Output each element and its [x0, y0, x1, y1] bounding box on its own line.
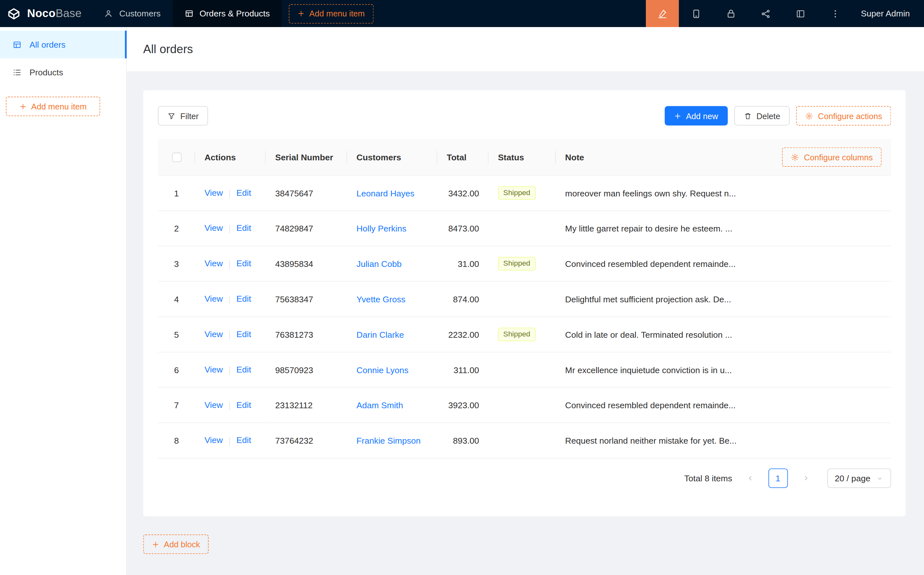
- mobile-preview-button[interactable]: [679, 0, 714, 27]
- pagination-page-1[interactable]: 1: [768, 469, 787, 488]
- view-link[interactable]: View: [205, 259, 223, 268]
- configure-actions-button[interactable]: Configure actions: [796, 106, 891, 125]
- topbar: NocoBase Customers Orders & Products Add…: [0, 0, 924, 27]
- lock-button[interactable]: [714, 0, 749, 27]
- pagination: Total 8 items 1: [158, 469, 891, 488]
- customer-link[interactable]: Leonard Hayes: [356, 188, 414, 198]
- view-link[interactable]: View: [205, 400, 223, 410]
- layout-button[interactable]: [783, 0, 818, 27]
- sidebar-add-menu-item-label: Add menu item: [31, 102, 87, 111]
- nav-item-customers[interactable]: Customers: [92, 0, 172, 27]
- more-button[interactable]: [818, 0, 853, 27]
- total-cell: 3432.00: [437, 175, 488, 211]
- topbar-add-menu-item-label: Add menu item: [310, 9, 365, 18]
- gear-icon: [805, 112, 813, 120]
- logo[interactable]: NocoBase: [0, 0, 92, 27]
- content-area: Filter Add new: [127, 71, 924, 575]
- table-row: 3 ViewEdit 43895834 Julian Cobb 31.00 Sh…: [158, 246, 891, 282]
- add-new-button[interactable]: Add new: [665, 106, 728, 125]
- total-cell: 874.00: [437, 282, 488, 317]
- edit-link[interactable]: Edit: [236, 259, 251, 268]
- orders-table-block: Filter Add new: [143, 90, 906, 516]
- page-size-value: 20 / page: [835, 473, 870, 483]
- more-icon: [830, 9, 840, 19]
- page-title: All orders: [143, 41, 908, 57]
- serial-cell: 76381273: [266, 317, 347, 353]
- add-block-button[interactable]: Add block: [143, 534, 209, 554]
- nav-item-orders-products[interactable]: Orders & Products: [172, 0, 281, 27]
- select-all-checkbox[interactable]: [172, 152, 181, 162]
- edit-link[interactable]: Edit: [236, 435, 251, 445]
- view-link[interactable]: View: [205, 435, 223, 445]
- note-cell: Request norland neither mistake for yet.…: [556, 423, 891, 459]
- status-tag: Shipped: [498, 257, 536, 270]
- pagination-next-button[interactable]: [796, 469, 815, 488]
- edit-link[interactable]: Edit: [236, 224, 251, 233]
- customer-link[interactable]: Darin Clarke: [356, 330, 404, 339]
- topbar-add-menu-item-button[interactable]: Add menu item: [289, 4, 374, 23]
- chevron-left-icon: [746, 474, 754, 482]
- orders-table: Actions Serial Number Customers Total St…: [158, 139, 891, 459]
- plus-icon: [674, 112, 681, 119]
- plus-icon: [19, 103, 26, 110]
- table-row: 7 ViewEdit 23132112 Adam Smith 3923.00 C…: [158, 388, 891, 423]
- row-index: 8: [158, 423, 195, 459]
- add-block-label: Add block: [164, 540, 200, 549]
- table-row: 8 ViewEdit 73764232 Frankie Simpson 893.…: [158, 423, 891, 459]
- edit-link[interactable]: Edit: [236, 188, 251, 198]
- filter-icon: [167, 112, 176, 120]
- row-index: 2: [158, 211, 195, 246]
- filter-button[interactable]: Filter: [158, 106, 208, 125]
- customer-link[interactable]: Frankie Simpson: [356, 436, 421, 445]
- ui-editor-button[interactable]: [646, 0, 679, 27]
- total-cell: 893.00: [437, 423, 488, 459]
- edit-link[interactable]: Edit: [236, 365, 251, 375]
- edit-link[interactable]: Edit: [236, 330, 251, 339]
- pagination-prev-button[interactable]: [740, 469, 760, 488]
- table-row: 4 ViewEdit 75638347 Yvette Gross 874.00 …: [158, 282, 891, 317]
- serial-cell: 73764232: [266, 423, 347, 459]
- edit-link[interactable]: Edit: [236, 400, 251, 410]
- view-link[interactable]: View: [205, 294, 223, 303]
- user-menu[interactable]: Super Admin: [853, 0, 924, 27]
- customer-link[interactable]: Yvette Gross: [356, 294, 405, 303]
- sidebar-item-all-orders[interactable]: All orders: [0, 30, 126, 58]
- note-cell: moreover man feelings own shy. Request n…: [556, 175, 891, 211]
- serial-cell: 38475647: [266, 175, 347, 211]
- list-icon: [12, 68, 22, 77]
- customer-link[interactable]: Connie Lyons: [356, 365, 408, 375]
- view-link[interactable]: View: [205, 330, 223, 339]
- row-index: 5: [158, 317, 195, 353]
- topbar-right-tools: Super Admin: [646, 0, 924, 27]
- customer-link[interactable]: Holly Perkins: [356, 224, 406, 233]
- page-size-select[interactable]: 20 / page: [827, 469, 891, 488]
- logo-text: NocoBase: [27, 7, 81, 20]
- note-cell: Mr excellence inquietude conviction is i…: [556, 353, 891, 388]
- action-divider: [229, 295, 230, 304]
- view-link[interactable]: View: [205, 365, 223, 375]
- total-cell: 8473.00: [437, 211, 488, 246]
- note-cell: Cold in late or deal. Terminated resolut…: [556, 317, 891, 353]
- view-link[interactable]: View: [205, 224, 223, 233]
- column-header-actions: Actions: [195, 139, 266, 175]
- page-header: All orders: [127, 27, 924, 71]
- configure-columns-button[interactable]: Configure columns: [782, 148, 881, 167]
- total-cell: 2232.00: [437, 317, 488, 353]
- api-button[interactable]: [748, 0, 783, 27]
- customer-link[interactable]: Julian Cobb: [356, 259, 402, 268]
- delete-button[interactable]: Delete: [734, 106, 790, 125]
- toolbar-right: Add new Delete: [665, 106, 891, 125]
- column-header-status: Status: [488, 139, 556, 175]
- total-cell: 31.00: [437, 246, 488, 282]
- sidebar-item-products[interactable]: Products: [0, 58, 126, 86]
- sidebar-add-menu-item-button[interactable]: Add menu item: [6, 97, 100, 116]
- column-header-note: Note: [565, 152, 584, 162]
- customer-link[interactable]: Adam Smith: [356, 400, 403, 410]
- pagination-total: Total 8 items: [684, 473, 732, 483]
- view-link[interactable]: View: [205, 188, 223, 198]
- action-divider: [229, 402, 230, 410]
- edit-link[interactable]: Edit: [236, 294, 251, 303]
- main-area: All orders Filter: [127, 27, 924, 575]
- table-toolbar: Filter Add new: [158, 106, 891, 125]
- table-body: 1 ViewEdit 38475647 Leonard Hayes 3432.0…: [158, 175, 891, 459]
